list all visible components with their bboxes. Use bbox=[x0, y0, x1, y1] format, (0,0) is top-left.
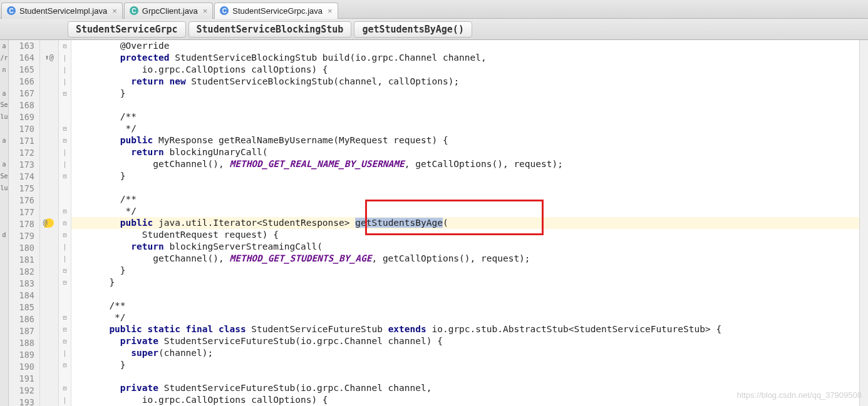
line-number[interactable]: 186 bbox=[9, 313, 39, 325]
file-type-icon: C bbox=[130, 6, 138, 15]
tab-label: StudentServiceImpl.java bbox=[19, 6, 107, 16]
line-number[interactable]: 178 bbox=[9, 218, 39, 230]
editor-area: a/rnaSeluaaSelud 16316416516616716816917… bbox=[0, 40, 868, 406]
line-number[interactable]: 188 bbox=[9, 337, 39, 349]
code-line[interactable]: protected StudentServiceBlockingStub bui… bbox=[71, 52, 859, 64]
file-type-icon: C bbox=[7, 6, 16, 15]
code-line[interactable]: } bbox=[71, 277, 859, 288]
line-number[interactable]: 168 bbox=[9, 99, 39, 111]
line-number[interactable]: 173 bbox=[9, 159, 39, 171]
code-line[interactable]: } bbox=[71, 170, 859, 182]
code-line[interactable]: public java.util.Iterator<StudentRespons… bbox=[71, 217, 859, 229]
code-line[interactable] bbox=[71, 371, 859, 382]
code-line[interactable]: /** bbox=[71, 111, 859, 123]
code-line[interactable]: /** bbox=[71, 193, 859, 205]
code-line[interactable] bbox=[71, 182, 859, 193]
code-line[interactable]: } bbox=[71, 265, 859, 277]
editor-tab[interactable]: CStudentServiceGrpc.java× bbox=[214, 3, 338, 19]
line-number[interactable]: 170 bbox=[9, 123, 39, 135]
line-number[interactable]: 190 bbox=[9, 361, 39, 373]
code-line[interactable]: */ bbox=[71, 123, 859, 134]
editor-tab[interactable]: CStudentServiceImpl.java× bbox=[1, 3, 123, 19]
line-number[interactable]: 184 bbox=[9, 290, 39, 302]
code-line[interactable]: private StudentServiceFutureStub(io.grpc… bbox=[71, 335, 859, 347]
breadcrumb-item[interactable]: getStudentsByAge() bbox=[354, 21, 472, 38]
line-number[interactable]: 163 bbox=[9, 40, 39, 52]
close-icon[interactable]: × bbox=[112, 6, 117, 16]
editor-tabs: CStudentServiceImpl.java×CGrpcClient.jav… bbox=[0, 0, 868, 19]
code-line[interactable]: return new StudentServiceBlockingStub(ch… bbox=[71, 76, 859, 88]
line-number[interactable]: 180 bbox=[9, 242, 39, 254]
line-number[interactable]: 167 bbox=[9, 88, 39, 99]
line-number[interactable]: 183 bbox=[9, 278, 39, 290]
code-line[interactable]: super(channel); bbox=[71, 347, 859, 359]
code-line[interactable] bbox=[71, 288, 859, 300]
code-line[interactable]: public static final class StudentService… bbox=[71, 323, 859, 335]
line-number[interactable]: 189 bbox=[9, 349, 39, 361]
line-number[interactable]: 192 bbox=[9, 385, 39, 397]
code-line[interactable]: */ bbox=[71, 205, 859, 217]
code-line[interactable] bbox=[71, 99, 859, 111]
line-number[interactable]: 185 bbox=[9, 302, 39, 313]
code-line[interactable]: } bbox=[71, 359, 859, 371]
breadcrumb-item[interactable]: StudentServiceGrpc bbox=[68, 21, 186, 38]
code-line[interactable]: return blockingServerStreamingCall( bbox=[71, 241, 859, 253]
line-number[interactable]: 177 bbox=[9, 206, 39, 218]
line-number[interactable]: 171 bbox=[9, 135, 39, 147]
close-icon[interactable]: × bbox=[328, 6, 333, 16]
file-type-icon: C bbox=[220, 6, 229, 15]
line-number[interactable]: 176 bbox=[9, 195, 39, 206]
line-number[interactable]: 193 bbox=[9, 397, 39, 406]
breadcrumb-item[interactable]: StudentServiceBlockingStub bbox=[189, 21, 352, 38]
code-line[interactable]: getChannel(), METHOD_GET_REAL_NAME_BY_US… bbox=[71, 158, 859, 170]
breadcrumb-bar: StudentServiceGrpcStudentServiceBlocking… bbox=[0, 19, 868, 40]
close-icon[interactable]: × bbox=[203, 6, 208, 16]
line-number[interactable]: 187 bbox=[9, 325, 39, 337]
editor-tab[interactable]: CGrpcClient.java× bbox=[124, 3, 213, 19]
code-line[interactable]: @Override bbox=[71, 40, 859, 52]
code-line[interactable]: public MyResponse getRealNameByUsername(… bbox=[71, 134, 859, 146]
annotation-gutter[interactable]: ⬆@@ bbox=[40, 40, 59, 406]
code-line[interactable]: /** bbox=[71, 300, 859, 312]
line-number[interactable]: 175 bbox=[9, 183, 39, 195]
line-number[interactable]: 166 bbox=[9, 76, 39, 88]
tab-label: GrpcClient.java bbox=[142, 6, 198, 16]
code-line[interactable]: getChannel(), METHOD_GET_STUDENTS_BY_AGE… bbox=[71, 253, 859, 265]
line-number[interactable]: 165 bbox=[9, 64, 39, 76]
fold-gutter[interactable]: ⊟|||⊟⊟⊟||⊟⊟⊟⊟||⊟⊟⊟⊟⊟|⊟⊟| bbox=[59, 40, 71, 406]
line-number[interactable]: 172 bbox=[9, 147, 39, 159]
left-tool-strip[interactable]: a/rnaSeluaaSelud bbox=[0, 40, 9, 406]
code-line[interactable]: */ bbox=[71, 312, 859, 323]
code-viewport[interactable]: @Override protected StudentServiceBlocki… bbox=[71, 40, 859, 406]
vertical-scrollbar[interactable] bbox=[859, 40, 868, 406]
line-number[interactable]: 169 bbox=[9, 111, 39, 123]
line-number[interactable]: 182 bbox=[9, 266, 39, 278]
watermark-text: https://blog.csdn.net/qq_37909508 bbox=[737, 390, 862, 400]
code-line[interactable]: StudentRequest request) { bbox=[71, 229, 859, 241]
tab-label: StudentServiceGrpc.java bbox=[232, 6, 323, 16]
code-line[interactable]: return blockingUnaryCall( bbox=[71, 146, 859, 158]
line-number[interactable]: 179 bbox=[9, 230, 39, 242]
line-number[interactable]: 181 bbox=[9, 254, 39, 266]
line-number-gutter[interactable]: 1631641651661671681691701711721731741751… bbox=[9, 40, 40, 406]
line-number[interactable]: 164 bbox=[9, 52, 39, 64]
code-line[interactable]: } bbox=[71, 88, 859, 99]
line-number[interactable]: 191 bbox=[9, 373, 39, 385]
line-number[interactable]: 174 bbox=[9, 171, 39, 183]
code-line[interactable]: io.grpc.CallOptions callOptions) { bbox=[71, 64, 859, 76]
